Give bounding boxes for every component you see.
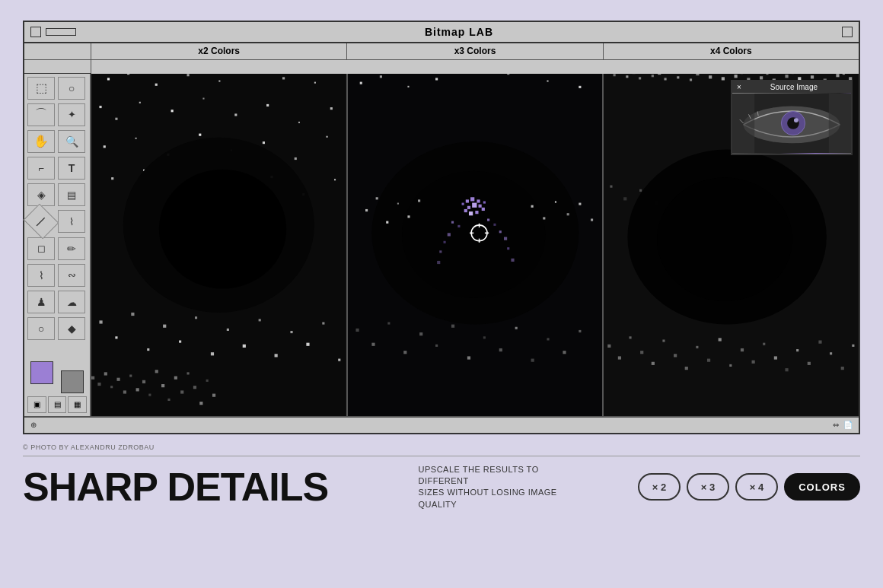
svg-rect-137: [547, 338, 549, 340]
svg-rect-153: [677, 76, 680, 78]
svg-rect-26: [327, 135, 328, 137]
svg-rect-162: [735, 75, 738, 78]
svg-rect-43: [195, 316, 197, 319]
upscale-text: UPSCALE THE RESULTS TO DIFFERENT SIZES W…: [419, 464, 571, 511]
tool-eyedropper[interactable]: ⌇: [58, 210, 85, 233]
tool-eraser[interactable]: ◻: [27, 237, 55, 260]
tool-paint-bucket[interactable]: ◈: [27, 183, 55, 206]
svg-rect-128: [403, 351, 406, 354]
svg-rect-66: [167, 398, 170, 400]
svg-rect-38: [115, 336, 117, 338]
svg-rect-190: [630, 336, 632, 338]
svg-rect-147: [639, 77, 641, 79]
ruler-row: // We'll do this in JS below: [24, 60, 859, 74]
window-close-box[interactable]: [30, 27, 41, 37]
tool-magic-wand[interactable]: ✦: [58, 103, 85, 126]
buttons-row: × 2 × 3 × 4 COLORS: [638, 473, 860, 501]
svg-rect-64: [155, 370, 158, 373]
svg-rect-133: [483, 336, 485, 338]
tool-stamp[interactable]: ♟: [27, 291, 55, 313]
svg-rect-109: [375, 197, 378, 199]
tool-lasso[interactable]: ⌒: [27, 103, 55, 126]
mode-btn-3[interactable]: ▦: [68, 396, 87, 413]
svg-rect-46: [243, 344, 246, 347]
tool-dodge[interactable]: ○: [27, 317, 55, 340]
tool-type[interactable]: T: [58, 157, 85, 180]
scale-x3-button[interactable]: × 3: [687, 473, 729, 501]
svg-rect-41: [163, 324, 166, 327]
source-popup-title-text: Source Image: [770, 83, 818, 91]
svg-rect-188: [608, 344, 611, 347]
tool-marquee-ellipse[interactable]: ○: [58, 77, 85, 100]
svg-rect-90: [457, 224, 460, 227]
svg-rect-158: [709, 75, 712, 78]
source-popup-close[interactable]: ×: [737, 83, 741, 91]
tool-move[interactable]: ✋: [27, 130, 55, 153]
svg-rect-179: [843, 74, 845, 75]
scale-x4-button[interactable]: × 4: [735, 473, 778, 501]
tool-smudge[interactable]: ☁: [58, 291, 85, 313]
svg-rect-83: [461, 202, 464, 205]
upscale-text-line1: UPSCALE THE RESULTS TO DIFFERENT: [419, 465, 539, 485]
scale-x2-button[interactable]: × 2: [638, 473, 681, 501]
tool-pencil[interactable]: ✏: [58, 237, 85, 260]
svg-rect-27: [111, 177, 113, 180]
svg-rect-55: [97, 382, 100, 385]
svg-rect-114: [531, 205, 533, 207]
svg-point-216: [794, 118, 799, 122]
tool-brush[interactable]: ⌇: [27, 264, 55, 287]
tool-airbrush[interactable]: ∾: [58, 264, 85, 287]
tool-gradient[interactable]: ▤: [58, 183, 85, 206]
tool-crop[interactable]: ⌐: [27, 157, 55, 180]
background-color-swatch[interactable]: [61, 370, 84, 393]
svg-rect-174: [811, 75, 814, 78]
svg-rect-78: [470, 197, 474, 201]
svg-rect-116: [555, 201, 556, 202]
bottom-section: © PHOTO BY ALEXANDRU ZDROBAU SHARP DETAI…: [23, 443, 860, 511]
svg-rect-48: [275, 354, 278, 357]
window-minimize-box[interactable]: [46, 28, 76, 36]
svg-rect-195: [685, 367, 688, 370]
mode-btn-2[interactable]: ▤: [48, 396, 67, 413]
svg-rect-207: [819, 340, 822, 343]
svg-rect-106: [547, 80, 548, 81]
svg-rect-138: [563, 351, 566, 354]
svg-rect-5: [187, 74, 190, 76]
svg-rect-82: [478, 204, 481, 207]
svg-rect-98: [507, 247, 509, 250]
tool-marquee-rect[interactable]: ⬚: [27, 77, 55, 100]
svg-rect-183: [623, 197, 626, 200]
svg-rect-208: [830, 352, 832, 354]
svg-rect-15: [234, 113, 237, 116]
svg-rect-88: [475, 211, 478, 214]
svg-rect-96: [504, 237, 507, 240]
foreground-color-swatch[interactable]: [30, 361, 53, 384]
tool-burn[interactable]: ◆: [58, 317, 85, 340]
svg-rect-9: [314, 81, 316, 83]
svg-rect-52: [338, 358, 340, 361]
svg-rect-170: [786, 75, 789, 78]
svg-rect-200: [741, 348, 744, 351]
svg-rect-69: [187, 372, 190, 374]
svg-rect-136: [531, 358, 534, 361]
svg-rect-149: [652, 75, 654, 77]
tool-line[interactable]: |: [24, 204, 59, 240]
divider-line: [23, 456, 860, 456]
svg-rect-117: [566, 213, 569, 215]
svg-rect-19: [104, 145, 106, 148]
svg-rect-118: [579, 202, 581, 205]
tool-zoom[interactable]: 🔍: [58, 130, 85, 153]
colors-button[interactable]: COLORS: [784, 473, 860, 501]
status-page-icon: 📄: [843, 421, 853, 429]
window-maximize-box[interactable]: [842, 27, 853, 37]
svg-rect-0: [91, 60, 859, 74]
svg-rect-155: [690, 78, 692, 81]
svg-rect-51: [322, 322, 324, 324]
canvas-panel-2: [348, 74, 604, 416]
svg-rect-112: [407, 215, 410, 218]
toolbox-header-spacer: [24, 43, 91, 59]
mode-btn-1[interactable]: ▣: [27, 396, 46, 413]
svg-rect-71: [199, 402, 202, 405]
svg-rect-37: [99, 320, 102, 323]
svg-rect-47: [259, 319, 261, 321]
